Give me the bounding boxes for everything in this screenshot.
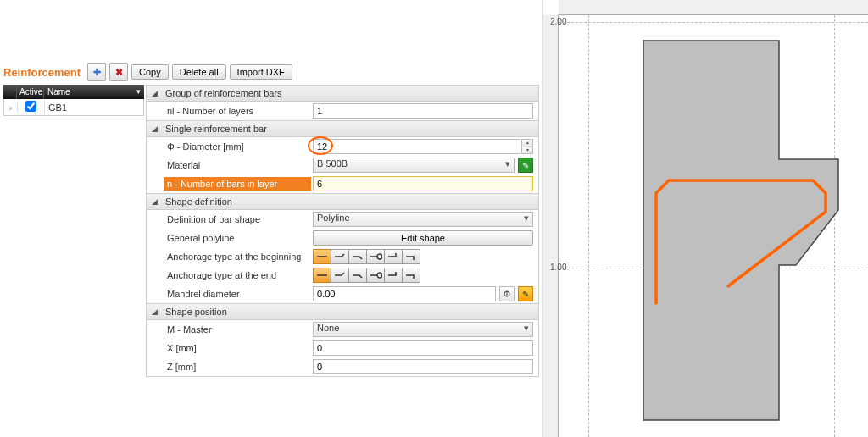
anchor-begin-opt-1[interactable] — [313, 249, 331, 264]
anchor-end-opt-3[interactable] — [348, 268, 367, 283]
drawing-viewport[interactable]: 2.00 1.00 — [542, 0, 868, 437]
group-single-bar[interactable]: ◢ Single reinforcement bar — [147, 120, 538, 137]
table-row[interactable]: › GB1 — [3, 99, 144, 116]
anchor-begin-label: Anchorage type at the beginning — [167, 252, 311, 262]
nl-input[interactable] — [313, 103, 533, 119]
toolbar: Reinforcement ✚ ✖ Copy Delete all Import… — [3, 5, 539, 81]
cross-section-svg — [559, 15, 868, 437]
mandrel-phi-button[interactable]: Φ — [499, 286, 515, 301]
collapse-icon: ◢ — [152, 89, 160, 97]
anchor-begin-opt-3[interactable] — [348, 249, 367, 264]
group-shape-position[interactable]: ◢ Shape position — [147, 303, 538, 320]
anchor-end-group — [313, 268, 420, 283]
bar-shape-def-label: Definition of bar shape — [167, 214, 311, 224]
row-active-checkbox[interactable] — [18, 101, 45, 113]
col-header-active[interactable]: Active — [17, 85, 44, 99]
anchor-end-opt-4[interactable] — [366, 268, 385, 283]
row-name[interactable]: GB1 — [45, 102, 143, 113]
anchor-end-label: Anchorage type at the end — [167, 270, 311, 280]
diameter-spinner[interactable]: ▴▾ — [521, 139, 533, 154]
collapse-icon: ◢ — [152, 197, 160, 206]
table-corner — [3, 85, 17, 99]
mandrel-input[interactable] — [313, 286, 496, 301]
group-reinforcement-bars[interactable]: ◢ Group of reinforcement bars — [147, 86, 538, 102]
mandrel-edit-button[interactable]: ✎ — [518, 286, 533, 301]
delete-all-button[interactable]: Delete all — [172, 64, 226, 80]
add-button[interactable]: ✚ — [87, 63, 106, 81]
reinforcement-table: Active Name ▾ › GB1 — [3, 85, 144, 377]
delete-button[interactable]: ✖ — [109, 63, 128, 81]
n-bars-input[interactable] — [313, 176, 533, 191]
anchor-begin-group — [313, 249, 420, 264]
anchor-begin-opt-5[interactable] — [384, 249, 403, 264]
material-label: Material — [167, 160, 311, 170]
bar-shape-def-select[interactable]: Polyline — [313, 212, 533, 227]
master-label: M - Master — [167, 324, 311, 335]
z-input[interactable] — [313, 359, 533, 374]
ruler-vertical — [543, 15, 559, 437]
master-select[interactable]: None — [313, 322, 533, 337]
material-edit-button[interactable]: ✎ — [518, 158, 533, 173]
mandrel-label: Mandrel diameter — [167, 289, 311, 299]
x-input[interactable] — [313, 340, 533, 356]
anchor-end-opt-5[interactable] — [384, 268, 403, 283]
anchor-begin-opt-4[interactable] — [366, 249, 385, 264]
anchor-end-opt-6[interactable] — [402, 268, 420, 283]
diameter-input[interactable] — [313, 139, 520, 154]
cross-section-shape — [643, 41, 838, 420]
n-bars-label: n - Number of bars in layer — [164, 177, 311, 191]
anchor-begin-opt-6[interactable] — [402, 249, 420, 264]
import-dxf-button[interactable]: Import DXF — [230, 64, 292, 80]
panel-title: Reinforcement — [3, 66, 81, 79]
collapse-icon: ◢ — [152, 307, 160, 316]
ruler-horizontal — [559, 0, 868, 15]
general-polyline-label: General polyline — [167, 233, 311, 243]
z-label: Z [mm] — [167, 362, 311, 372]
filter-icon[interactable]: ▾ — [136, 87, 141, 96]
row-indicator: › — [4, 102, 18, 113]
anchor-begin-opt-2[interactable] — [331, 249, 349, 264]
drawing-canvas[interactable]: 2.00 1.00 — [559, 15, 868, 437]
copy-button[interactable]: Copy — [131, 64, 169, 80]
anchor-end-opt-1[interactable] — [313, 268, 331, 283]
col-header-name[interactable]: Name ▾ — [44, 85, 144, 99]
material-select[interactable]: B 500B — [313, 158, 515, 173]
properties-panel: ◢ Group of reinforcement bars nl - Numbe… — [146, 85, 539, 377]
nl-label: nl - Number of layers — [167, 106, 311, 116]
diameter-label: Φ - Diameter [mm] — [167, 141, 311, 152]
edit-shape-button[interactable]: Edit shape — [313, 230, 533, 246]
group-shape-definition[interactable]: ◢ Shape definition — [147, 193, 538, 210]
x-label: X [mm] — [167, 343, 311, 353]
anchor-end-opt-2[interactable] — [331, 268, 349, 283]
collapse-icon: ◢ — [152, 124, 160, 133]
